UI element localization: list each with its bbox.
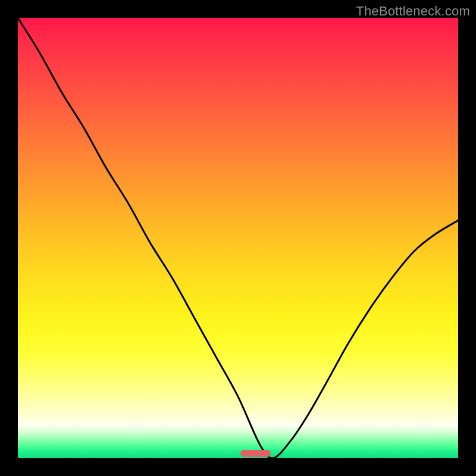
optimal-marker [240, 450, 271, 457]
bottleneck-curve [18, 18, 458, 458]
plot-area [18, 18, 458, 458]
watermark-text: TheBottleneck.com [356, 4, 470, 19]
curve-layer [18, 18, 458, 458]
chart-frame: TheBottleneck.com [0, 0, 476, 476]
